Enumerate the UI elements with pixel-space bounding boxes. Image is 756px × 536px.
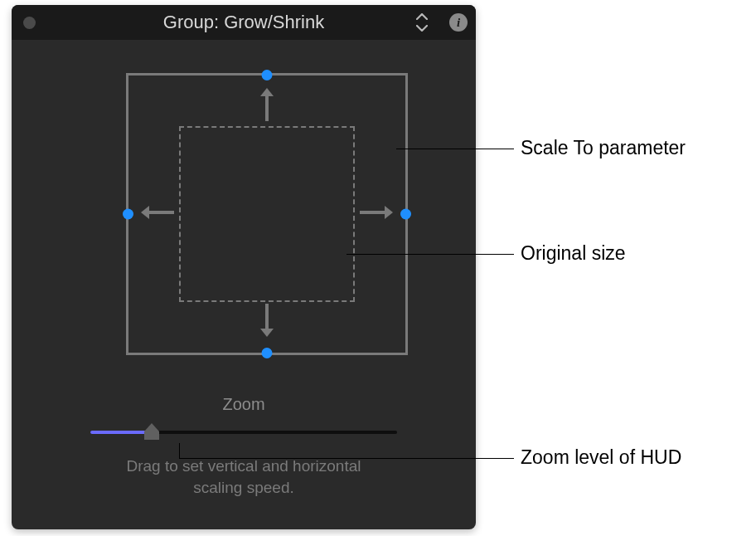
original-size-rect <box>179 126 355 302</box>
info-icon[interactable]: i <box>449 13 468 32</box>
callout-zoom-level: Zoom level of HUD <box>521 446 681 469</box>
callout-original-size: Original size <box>521 242 626 265</box>
stepper-icon[interactable] <box>414 13 429 32</box>
arrow-right-icon <box>358 204 396 224</box>
scale-handle-left[interactable] <box>123 209 133 220</box>
hud-panel: Group: Grow/Shrink i Zoom <box>12 5 476 529</box>
zoom-area: Zoom Drag to set vertical and horizontal… <box>12 395 476 498</box>
zoom-hint: Drag to set vertical and horizontal scal… <box>12 456 476 498</box>
callout-scale-to: Scale To parameter <box>521 137 686 159</box>
scale-handle-top[interactable] <box>262 70 273 80</box>
callout-line <box>179 458 514 459</box>
arrow-up-icon <box>259 85 275 126</box>
zoom-label: Zoom <box>12 395 476 414</box>
callout-line <box>179 443 180 458</box>
hud-header: Group: Grow/Shrink i <box>12 5 476 40</box>
scale-handle-right[interactable] <box>400 209 411 220</box>
hud-title: Group: Grow/Shrink <box>12 12 476 33</box>
arrow-down-icon <box>259 302 275 344</box>
callout-line <box>346 254 514 255</box>
callout-line <box>396 149 514 149</box>
scale-handle-bottom[interactable] <box>262 348 273 358</box>
close-icon[interactable] <box>23 17 36 29</box>
scale-preview[interactable] <box>126 73 408 355</box>
zoom-slider[interactable] <box>90 424 397 439</box>
arrow-left-icon <box>138 204 176 224</box>
